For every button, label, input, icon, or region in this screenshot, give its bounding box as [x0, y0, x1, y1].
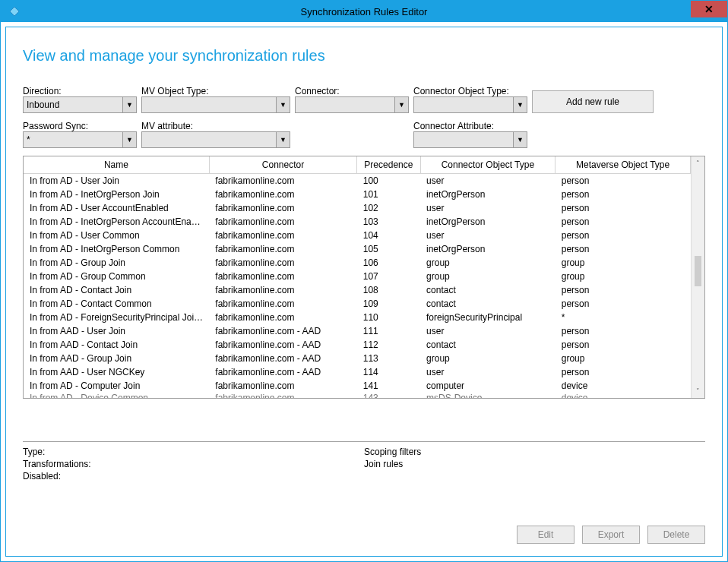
cell-mot: group: [555, 352, 691, 365]
table-row[interactable]: In from AD - InetOrgPerson AccountEnable…: [24, 215, 691, 229]
rules-table: Name Connector Precedence Connector Obje…: [23, 156, 705, 399]
cell-cot: contact: [420, 297, 555, 311]
cell-name: In from AD - Contact Common: [24, 297, 209, 311]
filter-row-1: Direction: Inbound ▼ MV Object Type: ▼ C…: [23, 86, 705, 113]
cell-cot: group: [420, 270, 555, 283]
detail-disabled-label: Disabled:: [23, 471, 364, 481]
client-area: View and manage your synchronization rul…: [1, 22, 727, 561]
cell-precedence: 106: [357, 256, 420, 270]
connector-label: Connector:: [295, 86, 409, 96]
table-row[interactable]: In from AD - Contact Joinfabrikamonline.…: [24, 283, 691, 297]
cell-cot: contact: [420, 283, 555, 297]
col-header-connector[interactable]: Connector: [209, 156, 356, 173]
mv-attribute-label: MV attribute:: [141, 121, 290, 131]
cell-connector: fabrikamonline.com - AAD: [209, 338, 356, 352]
password-sync-select[interactable]: * ▼: [23, 131, 137, 148]
delete-button[interactable]: Delete: [647, 526, 705, 544]
cell-name: In from AD - Computer Join: [24, 379, 209, 393]
connector-object-type-select[interactable]: ▼: [413, 96, 527, 113]
export-button[interactable]: Export: [582, 526, 640, 544]
cell-name: In from AAD - User Join: [24, 324, 209, 338]
table-header-row: Name Connector Precedence Connector Obje…: [24, 156, 691, 173]
table-row[interactable]: In from AD - Group Commonfabrikamonline.…: [24, 270, 691, 283]
password-sync-value: *: [24, 134, 33, 145]
mv-object-type-select[interactable]: ▼: [141, 96, 290, 113]
table-row[interactable]: In from AD - User Joinfabrikamonline.com…: [24, 173, 691, 188]
cell-name: In from AD - User Join: [24, 173, 209, 188]
table-row[interactable]: In from AD - InetOrgPerson Joinfabrikamo…: [24, 188, 691, 201]
table-row[interactable]: In from AD - InetOrgPerson Commonfabrika…: [24, 242, 691, 256]
detail-transformations-label: Transformations:: [23, 459, 364, 469]
edit-button[interactable]: Edit: [517, 526, 574, 544]
cell-name: In from AD - User AccountEnabled: [24, 201, 209, 215]
cell-cot: inetOrgPerson: [420, 188, 555, 201]
table-row[interactable]: In from AAD - Group Joinfabrikamonline.c…: [24, 352, 691, 365]
chevron-down-icon: ▼: [276, 132, 290, 147]
mv-object-type-label: MV Object Type:: [141, 86, 290, 96]
cell-mot: person: [555, 242, 691, 256]
table-row[interactable]: In from AD - User Commonfabrikamonline.c…: [24, 229, 691, 242]
cell-name: In from AD - InetOrgPerson Join: [24, 188, 209, 201]
cell-mot: person: [555, 173, 691, 188]
chevron-down-icon: ▼: [513, 97, 527, 112]
mv-attribute-select[interactable]: ▼: [141, 131, 290, 148]
connector-select[interactable]: ▼: [295, 96, 409, 113]
cell-mot: device: [555, 379, 691, 393]
table-row[interactable]: In from AD - Computer Joinfabrikamonline…: [24, 379, 691, 393]
cell-precedence: 100: [357, 173, 420, 188]
cell-cot: contact: [420, 338, 555, 352]
table-row[interactable]: In from AD - Device Commonfabrikamonline…: [24, 393, 691, 399]
cell-connector: fabrikamonline.com: [209, 242, 356, 256]
export-label: Export: [598, 529, 625, 540]
table-row[interactable]: In from AAD - User NGCKeyfabrikamonline.…: [24, 365, 691, 379]
cell-connector: fabrikamonline.com: [209, 311, 356, 324]
scroll-up-icon[interactable]: ˄: [692, 156, 704, 170]
table-row[interactable]: In from AAD - Contact Joinfabrikamonline…: [24, 338, 691, 352]
cell-cot: inetOrgPerson: [420, 242, 555, 256]
close-icon: ✕: [704, 3, 714, 15]
table-row[interactable]: In from AD - User AccountEnabledfabrikam…: [24, 201, 691, 215]
col-header-connector-object-type[interactable]: Connector Object Type: [420, 156, 555, 173]
cell-precedence: 107: [357, 270, 420, 283]
cell-name: In from AD - User Common: [24, 229, 209, 242]
scroll-down-icon[interactable]: ˅: [692, 384, 704, 398]
connector-attribute-label: Connector Attribute:: [413, 121, 527, 131]
cell-connector: fabrikamonline.com - AAD: [209, 352, 356, 365]
col-header-precedence[interactable]: Precedence: [357, 156, 420, 173]
table-row[interactable]: In from AD - Group Joinfabrikamonline.co…: [24, 256, 691, 270]
cell-mot: person: [555, 229, 691, 242]
detail-panel: Type: Transformations: Disabled: Scoping…: [23, 441, 705, 483]
cell-mot: *: [555, 311, 691, 324]
cell-precedence: 110: [357, 311, 420, 324]
cell-connector: fabrikamonline.com: [209, 229, 356, 242]
cell-name: In from AD - InetOrgPerson AccountEnable…: [24, 215, 209, 229]
cell-connector: fabrikamonline.com: [209, 173, 356, 188]
col-header-metaverse-object-type[interactable]: Metaverse Object Type: [555, 156, 691, 173]
add-new-rule-label: Add new rule: [566, 96, 619, 107]
scroll-track[interactable]: [692, 170, 704, 384]
add-new-rule-button[interactable]: Add new rule: [532, 90, 654, 113]
direction-select[interactable]: Inbound ▼: [23, 96, 137, 113]
cell-connector: fabrikamonline.com: [209, 256, 356, 270]
close-button[interactable]: ✕: [691, 1, 727, 17]
cell-connector: fabrikamonline.com: [209, 393, 356, 399]
cell-cot: msDS-Device: [420, 393, 555, 399]
table-row[interactable]: In from AAD - User Joinfabrikamonline.co…: [24, 324, 691, 338]
filter-row-2: Password Sync: * ▼ MV attribute: ▼ Conne…: [23, 121, 705, 148]
cell-cot: inetOrgPerson: [420, 215, 555, 229]
col-header-name[interactable]: Name: [24, 156, 209, 173]
cell-connector: fabrikamonline.com: [209, 215, 356, 229]
cell-precedence: 109: [357, 297, 420, 311]
cell-mot: person: [555, 338, 691, 352]
connector-attribute-select[interactable]: ▼: [413, 131, 527, 148]
cell-mot: person: [555, 215, 691, 229]
vertical-scrollbar[interactable]: ˄ ˅: [691, 156, 704, 398]
table-row[interactable]: In from AD - ForeignSecurityPrincipal Jo…: [24, 311, 691, 324]
cell-name: In from AAD - Group Join: [24, 352, 209, 365]
scroll-thumb[interactable]: [695, 256, 701, 286]
cell-precedence: 114: [357, 365, 420, 379]
cell-connector: fabrikamonline.com: [209, 188, 356, 201]
connector-object-type-label: Connector Object Type:: [413, 86, 527, 96]
table-row[interactable]: In from AD - Contact Commonfabrikamonlin…: [24, 297, 691, 311]
titlebar[interactable]: Synchronization Rules Editor ✕: [1, 1, 727, 22]
